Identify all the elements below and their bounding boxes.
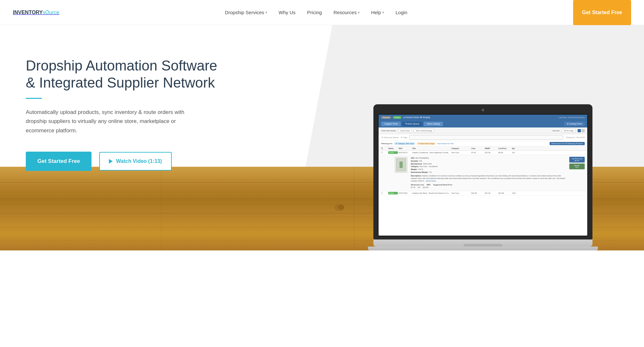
advanced-search-label: ▼ Advanced Search xyxy=(381,136,399,138)
screen-tabs: Supplier Feed Product Queue Store Catalo… xyxy=(379,120,587,127)
logo-source: sOurce xyxy=(43,10,59,15)
screen-tab-supplier-feed[interactable]: Supplier Feed xyxy=(381,122,400,126)
list-view-icon[interactable] xyxy=(582,129,585,132)
chevron-down-icon-2: ▾ xyxy=(358,11,360,14)
screen-search-box[interactable] xyxy=(409,135,563,140)
row1-cost: $7.60 xyxy=(471,152,484,154)
screen-tab-product-queue[interactable]: Product Queue xyxy=(402,122,423,126)
hero-section: Dropship Automation Software & Integrate… xyxy=(0,25,644,250)
filter-tag-must-have-image[interactable]: ✕ Must Have Image xyxy=(417,142,436,145)
screen-expanded-row: UPC: BCF7RA08305Q Quantity: 100 Manufact… xyxy=(379,155,587,191)
nav-pricing[interactable]: Pricing xyxy=(301,6,328,18)
product-pricing: List Price (%) $8.44 Margin %.4 xyxy=(569,157,585,189)
screen-tab-catalog-rules[interactable]: ⚙ Catalog Rules xyxy=(564,122,585,126)
col-list-price-header: List Price xyxy=(498,147,511,149)
product-details: UPC: BCF7RA08305Q Quantity: 100 Manufact… xyxy=(411,157,566,189)
screen-viewing-text: Viewing 13 - 50 of 6725 xyxy=(566,136,585,138)
table-row-1: ☐ Active HGFT0175 Andalou Conditioner - … xyxy=(379,151,587,155)
col-category-header: Category xyxy=(451,147,471,149)
bulk-actions-button[interactable]: Bulk Actions For 673 Matching Products xyxy=(550,142,585,145)
nav-help[interactable]: Help ▾ xyxy=(365,6,390,18)
screen-store-name: ● Honest Green ⇄ Shopify xyxy=(403,116,430,119)
screen-view-toggle xyxy=(578,129,585,132)
hero-subtext: Automatically upload products, sync inve… xyxy=(26,108,193,136)
row2-cost: $10.80 xyxy=(471,192,484,194)
product-quantity-label: Quantity xyxy=(411,160,418,162)
hero-headline: Dropship Automation Software & Integrate… xyxy=(26,57,303,91)
laptop-screen: Paused Active ● Honest Green ⇄ Shopify L… xyxy=(378,114,588,236)
logo[interactable]: INVENTORYsOurce xyxy=(13,10,59,15)
product-dim-weight-label: Dimensional Weight xyxy=(411,171,428,173)
nav-links: Dropship Services ▾ Why Us Pricing Resou… xyxy=(219,6,413,18)
col-qty-header: Qty xyxy=(512,147,520,149)
row1-list-price: $8.99 xyxy=(498,152,511,154)
product-thumbnail xyxy=(395,157,408,173)
chevron-down-icon: ▾ xyxy=(265,11,267,14)
screen-per-page[interactable]: 50 Per Page xyxy=(562,129,576,133)
screen-content: Paused Active ● Honest Green ⇄ Shopify L… xyxy=(379,115,587,236)
screen-filtering-row: Filtering On: ✕ Category: Hair Care ✕ Mu… xyxy=(379,141,587,146)
laptop-base xyxy=(373,239,592,247)
nav-why-us[interactable]: Why Us xyxy=(273,6,302,18)
play-icon xyxy=(109,159,113,164)
col-title-header: Title xyxy=(412,147,451,149)
list-price-button[interactable]: List Price (%) $8.44 xyxy=(569,157,585,163)
row1-msrp: $12.99 xyxy=(485,152,498,154)
col-cost-header: Cost xyxy=(471,147,484,149)
laptop-bottom xyxy=(368,247,598,250)
hero-divider xyxy=(26,98,42,99)
nav-cta-button[interactable]: Get Started Free xyxy=(573,0,631,25)
grid-view-icon[interactable] xyxy=(578,129,581,132)
product-category-label: Category xyxy=(411,165,418,167)
row2-qty: 2.90 xyxy=(512,192,520,194)
screen-feed-mode-label: Feed View Mode: xyxy=(381,130,396,132)
row2-sku: HGFT0190 xyxy=(399,192,411,194)
row2-checkbox[interactable]: ☐ xyxy=(381,192,388,194)
hero-left: Dropship Automation Software & Integrate… xyxy=(0,25,322,250)
hero-buttons: Get Started Free Watch Video (1:13) xyxy=(26,152,303,171)
filter-tag-hair-care[interactable]: ✕ Category: Hair Care xyxy=(394,142,415,145)
row2-title: Andalou Hair Mask - Purple Root Mask For… xyxy=(412,192,451,194)
nav-dropship-services[interactable]: Dropship Services ▾ xyxy=(219,6,273,18)
product-weight-label: Weight xyxy=(411,168,417,170)
screen-tab-store-catalog[interactable]: Store Catalog xyxy=(424,122,443,126)
col-status-header: Status xyxy=(388,147,398,149)
logo-inventory: INVENTORY xyxy=(13,10,43,15)
nav-resources[interactable]: Resources ▾ xyxy=(328,6,365,18)
nav-login[interactable]: Login xyxy=(390,6,413,18)
row2-status-badge: Active xyxy=(388,192,398,194)
screen-sync-text: Last Sync: 5/2/18 10:54:30 am xyxy=(559,117,585,118)
hero-cta-button[interactable]: Get Started Free xyxy=(26,152,91,171)
screen-filter-entire-feed[interactable]: Entire Feed xyxy=(398,129,412,133)
hero-video-button[interactable]: Watch Video (1:13) xyxy=(99,152,171,171)
row1-title: Andalou Conditioner - Best Vegetarian Co… xyxy=(412,152,451,154)
screen-renewal-label: Renewal xyxy=(553,130,559,132)
tags-label: ▼ Tags xyxy=(401,136,407,138)
row2-category: Hair Care xyxy=(451,192,471,194)
row1-checkbox[interactable]: ☐ xyxy=(381,152,388,154)
col-sku-header: SKU xyxy=(399,147,411,149)
screen-filter-row: Feed View Mode: Entire Feed Not in Store… xyxy=(379,127,587,134)
col-checkbox: ☐ xyxy=(381,147,388,149)
save-search-link[interactable]: Save Search for Test xyxy=(437,143,454,145)
active-badge: Active xyxy=(393,116,401,119)
screen-header: Paused Active ● Honest Green ⇄ Shopify L… xyxy=(379,115,587,120)
row1-qty: 101 xyxy=(512,152,520,154)
margin-button[interactable]: Margin %.4 xyxy=(569,164,585,169)
row1-category: Hair Care xyxy=(451,152,471,154)
row1-status-badge: Active xyxy=(388,151,398,154)
row2-list-price: $12.99 xyxy=(498,192,511,194)
product-manufacturer-label: Manufacturer xyxy=(411,163,422,165)
laptop-screen-outer: Paused Active ● Honest Green ⇄ Shopify L… xyxy=(373,104,592,239)
laptop-notch xyxy=(464,244,502,247)
screen-table-header: ☐ Status SKU Title Category Cost MSRP Li… xyxy=(379,146,587,151)
screen-filter-not-in-catalog[interactable]: Not in Store/Catalog xyxy=(414,129,434,133)
row2-msrp: $17.00 xyxy=(485,192,498,194)
laptop-camera xyxy=(482,109,484,111)
table-row-2: ☐ Active HGFT0190 Andalou Hair Mask - Pu… xyxy=(379,191,587,195)
col-msrp-header: MSRP xyxy=(485,147,498,149)
hero-right: Paused Active ● Honest Green ⇄ Shopify L… xyxy=(322,25,644,250)
laptop: Paused Active ● Honest Green ⇄ Shopify L… xyxy=(373,104,592,250)
navbar: INVENTORYsOurce Dropship Services ▾ Why … xyxy=(0,0,644,25)
filtering-on-label: Filtering On: xyxy=(381,143,393,145)
